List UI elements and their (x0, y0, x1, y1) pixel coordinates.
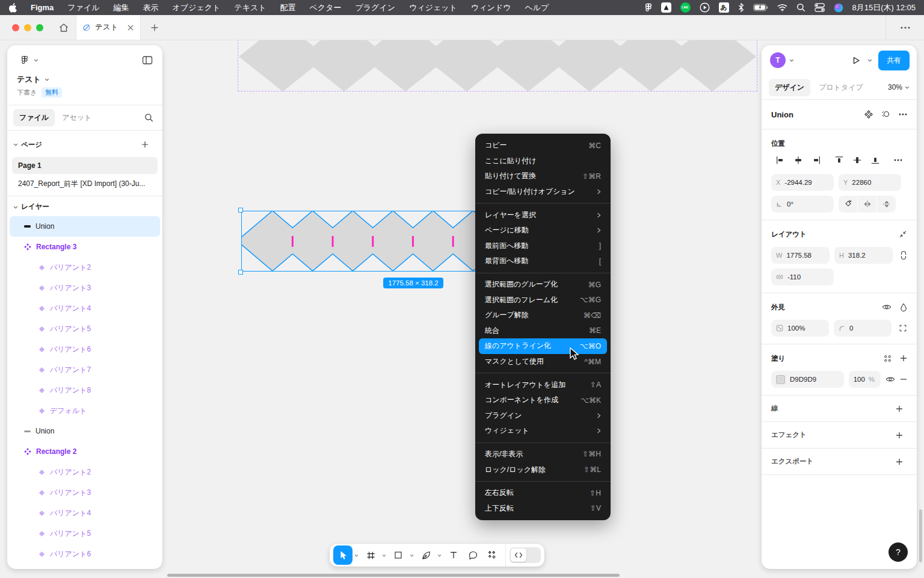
menu-item-copy-paste-options[interactable]: コピー/貼り付けオプション (479, 184, 607, 200)
shape-tool-chevron-icon[interactable] (408, 553, 415, 558)
shape-tool-button[interactable] (389, 545, 408, 565)
actions-tool-button[interactable] (482, 545, 502, 565)
align-right-icon[interactable] (807, 155, 825, 165)
new-tab-button[interactable] (141, 15, 168, 40)
use-as-mask-icon[interactable] (881, 110, 890, 119)
layer-row-variant[interactable]: バリアント7 (10, 359, 160, 380)
layer-row-variant[interactable]: バリアント8 (10, 380, 160, 400)
rotation-field[interactable]: 0° (771, 196, 834, 213)
corner-radius-field[interactable]: 0 (834, 320, 892, 337)
chevron-down-icon[interactable] (13, 205, 18, 210)
expand-independent-corners-icon[interactable] (899, 324, 907, 332)
menu-item-flip-horizontal[interactable]: 左右反転⇧H (479, 485, 607, 501)
fill-styles-icon[interactable] (884, 355, 892, 362)
layer-row-union2[interactable]: Union (10, 421, 160, 441)
horizontal-scrollbar[interactable] (167, 574, 620, 577)
menu-item-create-component[interactable]: コンポーネントを作成⌥⌘K (479, 393, 607, 408)
play-status-icon[interactable] (700, 2, 710, 13)
menubar-item-plugins[interactable]: プラグイン (355, 2, 395, 13)
home-button[interactable] (52, 15, 76, 40)
menu-item-paste-to-replace[interactable]: 貼り付けて置換⇧⌘R (479, 169, 607, 184)
wifi-icon[interactable] (777, 2, 787, 13)
align-top-icon[interactable] (830, 155, 848, 165)
fill-color-swatch[interactable] (776, 375, 785, 384)
free-plan-badge[interactable]: 無料 (42, 87, 62, 98)
layer-row-variant[interactable]: バリアント5 (10, 523, 160, 544)
siri-icon[interactable] (834, 2, 843, 13)
close-window-button[interactable] (12, 24, 19, 31)
menu-item-show-hide[interactable]: 表示/非表示⇧⌘H (479, 447, 607, 462)
collapse-icon[interactable] (899, 230, 907, 238)
visibility-eye-icon[interactable] (882, 303, 892, 311)
menu-item-select-layer[interactable]: レイヤーを選択 (479, 207, 607, 223)
menubar-item-window[interactable]: ウィンドウ (471, 2, 511, 13)
layer-row-variant[interactable]: バリアント3 (10, 278, 160, 298)
line-app-icon[interactable]: LINE (680, 2, 691, 13)
file-tab[interactable]: テスト (76, 15, 141, 40)
fill-color-field[interactable]: D9D9D9 (771, 371, 844, 388)
menubar-item-arrange[interactable]: 配置 (280, 2, 296, 13)
menu-item-frame-selection[interactable]: 選択範囲のフレーム化⌥⌘G (479, 292, 607, 308)
menu-item-add-auto-layout[interactable]: オートレイアウトを追加⇧A (479, 377, 607, 393)
constrain-proportions-icon[interactable] (900, 250, 907, 260)
layer-row-default-variant[interactable]: デフォルト (10, 400, 160, 421)
x-position-field[interactable]: X -2944.29 (771, 174, 834, 191)
add-stroke-icon[interactable] (892, 401, 907, 417)
layer-row-variant[interactable]: バリアント4 (10, 298, 160, 319)
tab-files[interactable]: ファイル (13, 109, 55, 126)
frame-tool-chevron-icon[interactable] (380, 553, 387, 558)
pen-tool-chevron-icon[interactable] (436, 553, 443, 558)
menu-item-outline-stroke[interactable]: 線のアウトライン化⌥⌘O (479, 338, 607, 354)
layer-row-variant[interactable]: バリアント5 (10, 319, 160, 339)
comment-tool-button[interactable] (463, 545, 482, 565)
chevron-down-icon[interactable] (34, 58, 38, 63)
minimize-window-button[interactable] (24, 24, 31, 31)
frame-tool-button[interactable] (361, 545, 380, 565)
apple-menu-icon[interactable] (8, 2, 17, 13)
menu-item-go-to-page[interactable]: ページに移動 (479, 223, 607, 238)
window-more-button[interactable] (886, 15, 924, 40)
menubar-item-widgets[interactable]: ウィジェット (409, 2, 457, 13)
selection-handle-bottom-left[interactable] (238, 270, 243, 275)
align-left-icon[interactable] (771, 155, 789, 165)
chevron-down-icon[interactable] (13, 142, 18, 147)
menubar-item-help[interactable]: ヘルプ (525, 2, 549, 13)
rotate-90-icon[interactable] (839, 196, 857, 213)
layer-row-rectangle2[interactable]: Rectangle 2 (10, 441, 160, 462)
menubar-clock[interactable]: 8月15日(木) 12:05 (852, 2, 916, 13)
more-alignment-options-icon[interactable] (889, 159, 907, 161)
bluetooth-icon[interactable] (738, 2, 744, 13)
search-icon[interactable] (141, 110, 156, 126)
page-item-report[interactable]: 2407_Report_前半 [XD Import] (30-Ju... (12, 175, 158, 192)
align-horizontal-center-icon[interactable] (789, 155, 807, 165)
menubar-item-vector[interactable]: ベクター (310, 2, 342, 13)
move-tool-chevron-icon[interactable] (353, 553, 360, 558)
height-field[interactable]: H 318.2 (834, 247, 893, 264)
gap-spacing-field[interactable]: -110 (771, 269, 834, 285)
layer-row-variant[interactable]: バリアント2 (10, 462, 160, 482)
fill-opacity-field[interactable]: 100 % (849, 371, 881, 388)
selection-handle-top-left[interactable] (238, 208, 243, 213)
menu-item-ungroup[interactable]: グループ解除⌘⌫ (479, 308, 607, 323)
layer-row-variant[interactable]: バリアント4 (10, 503, 160, 523)
present-play-button[interactable] (848, 52, 864, 68)
menu-item-flatten[interactable]: 統合⌘E (479, 323, 607, 339)
add-page-button[interactable] (137, 137, 153, 152)
tab-assets[interactable]: アセット (56, 109, 97, 126)
menubar-item-view[interactable]: 表示 (143, 2, 159, 13)
zoom-window-button[interactable] (36, 24, 43, 31)
zoom-level-control[interactable]: 30% (888, 83, 910, 92)
menubar-item-figma[interactable]: Figma (31, 3, 54, 12)
layer-row-rectangle3[interactable]: Rectangle 3 (10, 237, 160, 257)
chevron-down-icon[interactable] (867, 58, 872, 63)
menu-item-plugins[interactable]: プラグイン (479, 408, 607, 424)
figma-status-icon[interactable] (645, 2, 652, 13)
y-position-field[interactable]: Y 22860 (839, 174, 901, 191)
page-item-page1[interactable]: Page 1 (12, 157, 158, 174)
chevron-down-icon[interactable] (45, 77, 49, 82)
help-button[interactable]: ? (889, 542, 908, 562)
share-button[interactable]: 共有 (878, 51, 910, 70)
align-vertical-center-icon[interactable] (848, 155, 866, 165)
add-effect-icon[interactable] (892, 427, 907, 443)
create-component-icon[interactable] (864, 110, 873, 119)
